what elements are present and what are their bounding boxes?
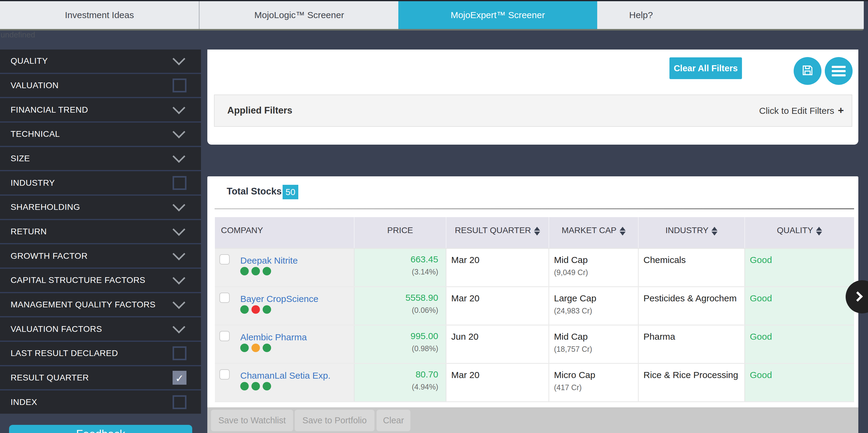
sidebar-item-management-quality-factors[interactable]: MANAGEMENT QUALITY FACTORS <box>0 293 201 318</box>
industry-cell: Chemicals <box>639 249 745 286</box>
sidebar-item-label: INDUSTRY <box>10 178 55 188</box>
column-label: PRICE <box>387 226 413 235</box>
row-checkbox[interactable] <box>219 254 230 265</box>
tab-help[interactable]: Help? <box>597 1 685 29</box>
company-cell: Deepak Nitrite <box>215 249 354 286</box>
signal-dots <box>240 382 271 391</box>
sort-icon[interactable] <box>816 227 822 235</box>
tab-mojologic-screener[interactable]: MojoLogic™ Screener <box>200 1 398 29</box>
save-screen-button[interactable] <box>794 57 822 85</box>
valuation-checkbox[interactable] <box>173 78 186 92</box>
industry-value: Pesticides & Agrochem <box>644 293 737 303</box>
row-checkbox[interactable] <box>219 331 230 341</box>
market-cap-category: Large Cap <box>554 293 596 303</box>
signal-dot <box>240 344 249 352</box>
feedback-button[interactable]: Feedback <box>9 425 192 433</box>
market-cap-category: Micro Cap <box>554 370 595 380</box>
market-cap-cell: Large Cap (24,983 Cr) <box>549 287 639 325</box>
price-change: (0.06%) <box>412 306 438 314</box>
market-cap-category: Mid Cap <box>554 255 588 265</box>
sidebar-item-quality[interactable]: QUALITY <box>0 49 201 74</box>
clear-all-filters-button[interactable]: Clear All Filters <box>670 57 742 79</box>
chevron-down-icon <box>173 223 185 236</box>
price-cell: 5558.90 (0.06%) <box>354 287 446 325</box>
result-quarter-value: Mar 20 <box>451 255 479 265</box>
stocks-table: COMPANY PRICE RESULT QUARTER MARKET CAP … <box>215 217 854 402</box>
sidebar-item-growth-factor[interactable]: GROWTH FACTOR <box>0 244 201 269</box>
market-cap-value: (24,983 Cr) <box>554 306 592 315</box>
company-cell: Bayer CropScience <box>215 287 354 325</box>
sidebar-item-last-result-declared[interactable]: LAST RESULT DECLARED <box>0 342 201 366</box>
last-result-declared-checkbox[interactable] <box>173 346 186 360</box>
table-row: Bayer CropScience 5558.90 (0.06%) Mar 20… <box>215 287 854 326</box>
company-link[interactable]: Bayer CropScience <box>240 294 318 304</box>
signal-dot <box>251 382 260 391</box>
click-to-edit-filters-link[interactable]: Click to Edit Filters+ <box>759 104 844 116</box>
industry-cell: Pharma <box>639 326 745 363</box>
company-cell: Alembic Pharma <box>215 326 354 363</box>
price-value: 80.70 <box>415 369 438 379</box>
floppy-disk-icon <box>801 63 814 78</box>
sidebar-item-industry[interactable]: INDUSTRY <box>0 171 201 196</box>
company-link[interactable]: Deepak Nitrite <box>240 256 298 266</box>
market-cap-category: Mid Cap <box>554 332 588 342</box>
sidebar-item-valuation-factors[interactable]: VALUATION FACTORS <box>0 318 201 342</box>
result-quarter-cell: Jun 20 <box>446 326 549 363</box>
tab-investment-ideas[interactable]: Investment Ideas <box>0 1 199 29</box>
index-checkbox[interactable] <box>173 395 186 409</box>
tab-mojoexpert-screener-active[interactable]: MojoExpert™ Screener <box>398 1 597 29</box>
signal-dot <box>262 305 271 314</box>
signal-dot <box>240 267 249 275</box>
column-header-result-quarter[interactable]: RESULT QUARTER <box>446 217 549 248</box>
industry-value: Chemicals <box>644 255 686 265</box>
applied-filters-title: Applied Filters <box>227 105 292 115</box>
row-checkbox[interactable] <box>219 369 230 379</box>
industry-checkbox[interactable] <box>173 176 186 190</box>
market-cap-value: (9,049 Cr) <box>554 268 588 277</box>
sidebar-item-valuation[interactable]: VALUATION <box>0 74 201 98</box>
column-header-quality[interactable]: QUALITY <box>745 217 854 248</box>
sidebar-item-label: RESULT QUARTER <box>10 373 89 382</box>
sidebar-item-label: MANAGEMENT QUALITY FACTORS <box>10 300 156 309</box>
quality-cell: Good <box>745 287 854 325</box>
sidebar-item-technical[interactable]: TECHNICAL <box>0 123 201 147</box>
sidebar-item-return[interactable]: RETURN <box>0 220 201 244</box>
sidebar-item-index[interactable]: INDEX <box>0 391 201 414</box>
column-header-market-cap[interactable]: MARKET CAP <box>549 217 639 248</box>
filters-sidebar: QUALITY VALUATION FINANCIAL TREND TECHNI… <box>0 49 201 414</box>
menu-button[interactable] <box>825 57 852 85</box>
sort-icon[interactable] <box>534 227 540 235</box>
sort-icon[interactable] <box>620 227 626 235</box>
column-header-price: PRICE <box>354 217 446 248</box>
company-link[interactable]: ChamanLal Setia Exp. <box>240 370 331 381</box>
results-card: Total Stocks: 50 COMPANY PRICE RESULT QU… <box>207 176 858 433</box>
quality-cell: Good <box>745 249 854 286</box>
column-label: RESULT QUARTER <box>455 226 531 235</box>
clear-selection-button[interactable]: Clear <box>377 410 410 431</box>
bottom-action-bar: Save to Watchlist Save to Portfolio Clea… <box>207 407 858 433</box>
chevron-down-icon <box>173 272 185 285</box>
sidebar-item-result-quarter[interactable]: RESULT QUARTER <box>0 366 201 391</box>
undefined-debug-text: undefined <box>1 30 35 39</box>
sort-icon[interactable] <box>711 227 717 235</box>
company-link[interactable]: Alembic Pharma <box>240 332 307 342</box>
column-header-industry[interactable]: INDUSTRY <box>639 217 745 248</box>
row-checkbox[interactable] <box>219 293 230 303</box>
save-to-watchlist-button[interactable]: Save to Watchlist <box>211 410 293 431</box>
total-stocks-count-badge: 50 <box>283 185 298 199</box>
quality-value: Good <box>750 293 772 303</box>
industry-value: Rice & Rice Processing <box>644 370 738 380</box>
sidebar-item-label: TECHNICAL <box>10 129 60 139</box>
signal-dot <box>251 305 260 314</box>
result-quarter-checkbox-checked[interactable] <box>173 371 186 385</box>
price-value: 995.00 <box>410 331 438 341</box>
result-quarter-value: Mar 20 <box>451 293 479 303</box>
result-quarter-cell: Mar 20 <box>446 287 549 325</box>
quality-value: Good <box>750 255 772 265</box>
sidebar-item-capital-structure-factors[interactable]: CAPITAL STRUCTURE FACTORS <box>0 269 201 293</box>
sidebar-item-shareholding[interactable]: SHAREHOLDING <box>0 196 201 220</box>
save-to-portfolio-button[interactable]: Save to Portfolio <box>295 410 374 431</box>
sidebar-item-financial-trend[interactable]: FINANCIAL TREND <box>0 98 201 123</box>
signal-dot <box>262 267 271 275</box>
sidebar-item-size[interactable]: SIZE <box>0 147 201 171</box>
